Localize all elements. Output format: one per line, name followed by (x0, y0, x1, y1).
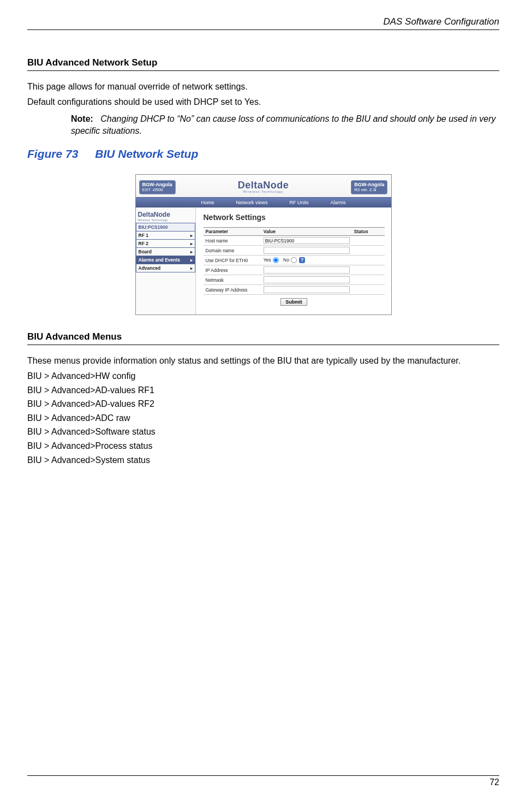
ss-top-left-badge: BGW-Angola EST -0500 (139, 180, 176, 194)
paragraph: Default configurations should be used wi… (27, 96, 499, 108)
ss-top-right-badge: BGW-Angola R2 ver. 2.3i (351, 180, 387, 194)
chevron-right-icon: ▸ (190, 250, 193, 254)
page-number: 72 (27, 775, 499, 787)
ss-submit-wrap: Submit (204, 295, 385, 306)
ss-col-status: Status (352, 228, 385, 236)
ss-sidebar: DeltaNode Wireless Technology BIU:PCS190… (136, 207, 196, 315)
ss-side-logo-text: DeltaNode (138, 211, 170, 218)
text-input[interactable] (264, 266, 350, 274)
ss-table: Parameter Value Status Host nameDomain n… (204, 227, 385, 295)
figure-caption: Figure 73 BIU Network Setup (27, 147, 499, 161)
value-cell (261, 285, 352, 295)
running-header: DAS Software Configuration (27, 16, 499, 30)
status-cell (352, 246, 385, 256)
ss-body: DeltaNode Wireless Technology BIU:PCS190… (136, 207, 391, 315)
menu-path-list: BIU > Advanced>HW configBIU > Advanced>A… (27, 370, 499, 466)
note-label: Note: (71, 114, 93, 123)
radio-yes[interactable] (273, 257, 279, 263)
param-cell: Netmask (204, 275, 261, 285)
ss-sidebar-item[interactable]: RF 2▸ (136, 240, 195, 248)
text-input[interactable] (264, 286, 350, 293)
ss-sidebar-item-label: Alarms and Events (139, 257, 181, 263)
chevron-right-icon: ▸ (190, 241, 193, 246)
ss-top-bar: BGW-Angola EST -0500 DeltaNode Wireless … (136, 175, 391, 198)
ss-nav-item[interactable]: RF Units (290, 200, 309, 205)
value-cell (261, 265, 352, 275)
ss-top-right-line1: BGW-Angola (354, 182, 384, 187)
menu-path-item: BIU > Advanced>AD-values RF1 (27, 384, 499, 396)
status-cell (352, 285, 385, 295)
table-row: Gateway IP Address (204, 285, 385, 295)
radio-group: Yes No ? (264, 257, 306, 263)
status-cell (352, 236, 385, 246)
table-row: Use DHCP for ETH0Yes No ? (204, 256, 385, 265)
radio-no[interactable] (291, 257, 297, 263)
ss-top-left-line2: EST -0500 (142, 187, 172, 192)
ss-sidebar-item-label: Advanced (139, 265, 161, 271)
ss-nav-item[interactable]: Home (201, 200, 214, 205)
value-cell (261, 246, 352, 256)
ss-side-logo: DeltaNode Wireless Technology (136, 207, 195, 223)
ss-main-title: Network Settings (204, 213, 385, 222)
param-cell: Host name (204, 236, 261, 246)
submit-button[interactable]: Submit (280, 298, 307, 306)
ss-nav: Home Network views RF Units Alarms (136, 198, 391, 207)
figure-title: BIU Network Setup (95, 147, 198, 160)
chevron-right-icon: ▸ (190, 258, 193, 263)
menu-path-item: BIU > Advanced>AD-values RF2 (27, 398, 499, 410)
ss-nav-item[interactable]: Network views (236, 200, 268, 205)
ss-sidebar-item[interactable]: Advanced▸ (136, 264, 195, 272)
status-cell (352, 256, 385, 265)
param-cell: Use DHCP for ETH0 (204, 256, 261, 265)
param-cell: IP Address (204, 265, 261, 275)
ss-logo-tagline: Wireless Technology (238, 191, 289, 194)
paragraph: This page allows for manual override of … (27, 81, 499, 93)
value-cell (261, 275, 352, 285)
paragraph: These menus provide information only sta… (27, 355, 499, 367)
ss-side-logo-tagline: Wireless Technology (138, 218, 193, 222)
chevron-right-icon: ▸ (190, 233, 193, 238)
ss-col-parameter: Parameter (204, 228, 261, 236)
note-text: Changing DHCP to “No” can cause loss of … (71, 114, 495, 135)
ss-sidebar-item[interactable]: Alarms and Events▸ (136, 256, 195, 264)
table-row: IP Address (204, 265, 385, 275)
ss-sidebar-item-label: BIU:PCS1900 (139, 224, 168, 230)
table-row: Host name (204, 236, 385, 246)
menu-path-item: BIU > Advanced>HW config (27, 370, 499, 382)
value-cell: Yes No ? (261, 256, 352, 265)
ss-logo-text: DeltaNode (238, 180, 289, 191)
radio-label-yes: Yes (264, 257, 271, 263)
menu-path-item: BIU > Advanced>Software status (27, 426, 499, 438)
table-row: Netmask (204, 275, 385, 285)
ss-top-right-line2: R2 ver. 2.3i (354, 187, 384, 192)
ss-logo: DeltaNode Wireless Technology (238, 181, 289, 193)
ss-main: Network Settings Parameter Value Status … (196, 207, 391, 315)
ss-top-left-line1: BGW-Angola (142, 182, 172, 187)
text-input[interactable] (264, 276, 350, 283)
ss-sidebar-item-label: RF 1 (139, 233, 148, 238)
text-input[interactable] (264, 237, 350, 244)
radio-label-no: No (283, 257, 289, 263)
ss-nav-item[interactable]: Alarms (331, 200, 346, 205)
note-block: Note: Changing DHCP to “No” can cause lo… (71, 113, 499, 137)
value-cell (261, 236, 352, 246)
figure-number: Figure 73 (27, 147, 78, 160)
help-icon[interactable]: ? (299, 257, 305, 263)
status-cell (352, 265, 385, 275)
ss-sidebar-item[interactable]: RF 1▸ (136, 232, 195, 240)
embedded-screenshot: BGW-Angola EST -0500 DeltaNode Wireless … (135, 174, 392, 315)
menu-path-item: BIU > Advanced>Process status (27, 440, 499, 452)
table-row: Domain name (204, 246, 385, 256)
ss-sidebar-item-label: RF 2 (139, 241, 148, 246)
ss-sidebar-item[interactable]: BIU:PCS1900 (136, 223, 195, 232)
param-cell: Domain name (204, 246, 261, 256)
chevron-right-icon: ▸ (190, 266, 193, 271)
ss-col-value: Value (261, 228, 352, 236)
section-heading-network-setup: BIU Advanced Network Setup (27, 57, 499, 71)
text-input[interactable] (264, 247, 350, 254)
ss-sidebar-item[interactable]: Board▸ (136, 248, 195, 256)
menu-path-item: BIU > Advanced>ADC raw (27, 412, 499, 424)
ss-sidebar-item-label: Board (139, 249, 152, 254)
status-cell (352, 275, 385, 285)
param-cell: Gateway IP Address (204, 285, 261, 295)
